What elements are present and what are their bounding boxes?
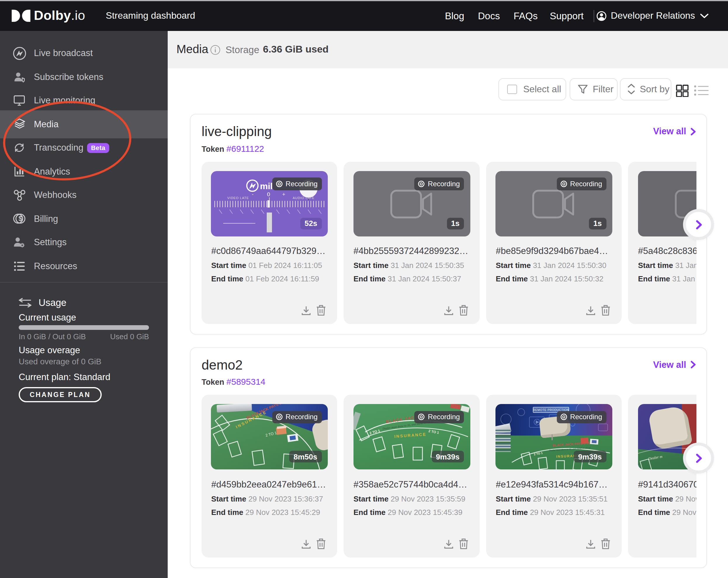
svg-text:+: + (282, 191, 285, 197)
svg-text:AUDIO LATE: AUDIO LATE (293, 196, 315, 199)
svg-text:2 TO 1: 2 TO 1 (534, 451, 543, 456)
svg-text:2 TO 1: 2 TO 1 (428, 429, 439, 435)
svg-text:$: $ (18, 215, 22, 223)
svg-text:mil: mil (260, 181, 272, 191)
svg-text:-: - (252, 191, 254, 197)
svg-text:2 TO 1: 2 TO 1 (265, 431, 277, 438)
svg-text:INSURANCE: INSURANCE (394, 432, 426, 439)
svg-text:VIDEO LATE: VIDEO LATE (227, 196, 249, 199)
svg-text:Dealer m: Dealer m (647, 454, 662, 461)
svg-text:0: 0 (267, 191, 270, 197)
